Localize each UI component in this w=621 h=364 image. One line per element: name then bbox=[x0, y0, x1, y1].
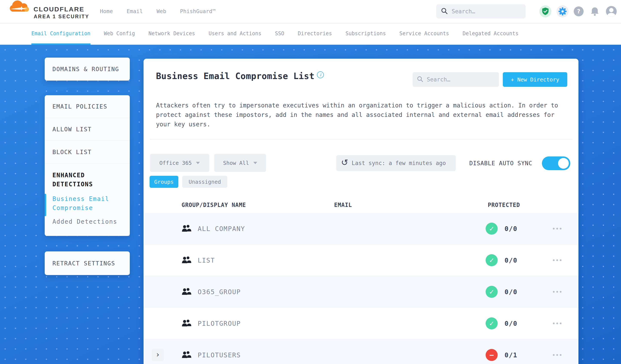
group-name: LIST bbox=[198, 257, 215, 264]
group-people-icon bbox=[182, 288, 191, 296]
group-name: O365_GROUP bbox=[198, 288, 241, 296]
page-title: Business Email Compromise Listi bbox=[156, 71, 324, 81]
directory-search[interactable] bbox=[413, 72, 499, 87]
search-icon bbox=[417, 76, 423, 83]
protected-count: 0/0 bbox=[504, 257, 518, 264]
directory-search-input[interactable] bbox=[426, 76, 495, 83]
view-tab-groups[interactable]: Groups bbox=[150, 176, 178, 188]
group-name: ALL COMPANY bbox=[198, 225, 245, 232]
brand-line2: AREA 1 SECURITY bbox=[34, 14, 89, 19]
section-tabs: Email Configuration Web Config Network D… bbox=[0, 23, 621, 45]
column-protected: PROTECTED bbox=[488, 202, 520, 208]
group-people-icon bbox=[182, 319, 191, 328]
view-tab-unassigned[interactable]: Unassigned bbox=[182, 176, 227, 188]
new-directory-button[interactable]: + New Directory bbox=[503, 72, 567, 87]
table-row[interactable]: › PILOTUSERS − 0/1 bbox=[143, 339, 578, 364]
tab-service-accounts[interactable]: Service Accounts bbox=[399, 23, 449, 45]
row-actions-menu[interactable] bbox=[553, 323, 561, 324]
expand-row-button[interactable]: › bbox=[152, 349, 164, 361]
row-actions-menu[interactable] bbox=[553, 354, 561, 356]
nav-phishguard[interactable]: PhishGuard™ bbox=[180, 8, 216, 14]
protected-status-badge: ✓ bbox=[486, 286, 498, 298]
chevron-down-icon bbox=[196, 162, 200, 164]
table-row[interactable]: O365_GROUP ✓ 0/0 bbox=[143, 276, 578, 308]
tab-network-devices[interactable]: Network Devices bbox=[149, 23, 195, 45]
tab-users-and-actions[interactable]: Users and Actions bbox=[209, 23, 261, 45]
refresh-icon: ↺ bbox=[341, 158, 348, 167]
protected-status-badge: ✓ bbox=[486, 317, 498, 329]
sidebar-section-enhanced-detections: ENHANCED DETECTIONS Business Email Compr… bbox=[45, 164, 130, 225]
protected-status-badge: ✓ bbox=[486, 223, 498, 235]
sidebar-item-added-detections[interactable]: Added Detections bbox=[52, 218, 123, 225]
row-actions-menu[interactable] bbox=[553, 291, 561, 293]
tab-subscriptions[interactable]: Subscriptions bbox=[345, 23, 386, 45]
nav-web[interactable]: Web bbox=[156, 8, 166, 14]
cloudflare-logo-icon bbox=[8, 0, 32, 15]
global-search-input[interactable] bbox=[451, 8, 521, 15]
table-row[interactable]: ALL COMPANY ✓ 0/0 bbox=[143, 213, 578, 244]
sidebar-item-retract-settings[interactable]: RETRACT SETTINGS bbox=[45, 251, 130, 275]
sidebar-item-block-list[interactable]: BLOCK LIST bbox=[45, 141, 130, 164]
sidebar-card-domains-routing: DOMAINS & ROUTING bbox=[45, 58, 130, 81]
section-divider bbox=[150, 139, 572, 139]
toggle-knob bbox=[558, 158, 569, 169]
protected-count: 0/0 bbox=[504, 320, 518, 327]
sidebar-item-email-policies[interactable]: EMAIL POLICIES bbox=[45, 95, 130, 118]
info-icon[interactable]: i bbox=[317, 71, 324, 78]
header-actions: ? bbox=[436, 0, 617, 23]
group-people-icon bbox=[182, 351, 191, 359]
nav-home[interactable]: Home bbox=[100, 8, 113, 14]
help-icon[interactable]: ? bbox=[574, 6, 584, 16]
show-filter-dropdown[interactable]: Show All bbox=[214, 154, 266, 172]
user-avatar-icon[interactable] bbox=[606, 6, 617, 17]
tab-web-config[interactable]: Web Config bbox=[104, 23, 135, 45]
connector-dropdown[interactable]: Office 365 bbox=[150, 154, 209, 172]
chevron-down-icon bbox=[253, 162, 257, 164]
global-search[interactable] bbox=[436, 4, 526, 18]
group-people-icon bbox=[182, 225, 191, 233]
last-sync-label: Last sync: a few minutes ago bbox=[352, 160, 446, 166]
shield-check-icon[interactable] bbox=[539, 5, 551, 17]
search-icon bbox=[441, 8, 448, 15]
group-name: PILOTUSERS bbox=[198, 351, 241, 359]
sidebar-item-allow-list[interactable]: ALLOW LIST bbox=[45, 118, 130, 141]
column-email: EMAIL bbox=[334, 202, 352, 208]
sidebar-item-domains-routing[interactable]: DOMAINS & ROUTING bbox=[45, 58, 130, 81]
row-actions-menu[interactable] bbox=[553, 228, 561, 229]
sidebar-item-enhanced-detections[interactable]: ENHANCED DETECTIONS bbox=[52, 171, 123, 189]
top-header: CLOUDFLARE AREA 1 SECURITY Home Email We… bbox=[0, 0, 621, 23]
page-description: Attackers often try to impersonate execu… bbox=[156, 101, 565, 129]
tab-directories[interactable]: Directories bbox=[298, 23, 332, 45]
sidebar-card-retract-settings: RETRACT SETTINGS bbox=[45, 251, 130, 275]
protected-count: 0/1 bbox=[504, 351, 518, 359]
tab-delegated-accounts[interactable]: Delegated Accounts bbox=[463, 23, 518, 45]
primary-nav: Home Email Web PhishGuard™ bbox=[100, 0, 216, 23]
protected-count: 0/0 bbox=[504, 225, 518, 232]
gear-icon[interactable] bbox=[556, 5, 569, 17]
sidebar-item-business-email-compromise[interactable]: Business Email Compromise bbox=[52, 194, 123, 212]
table-header: GROUP/DISPLAY NAME EMAIL PROTECTED bbox=[143, 199, 578, 213]
protected-count: 0/0 bbox=[504, 288, 518, 296]
group-name: PILOTGROUP bbox=[198, 320, 241, 327]
notifications-bell-icon[interactable] bbox=[589, 5, 601, 17]
table-row[interactable]: PILOTGROUP ✓ 0/0 bbox=[143, 308, 578, 339]
content-card: Business Email Compromise Listi + New Di… bbox=[143, 59, 578, 364]
nav-email[interactable]: Email bbox=[127, 8, 143, 14]
row-actions-menu[interactable] bbox=[553, 259, 561, 261]
app-window: CLOUDFLARE AREA 1 SECURITY Home Email We… bbox=[0, 0, 621, 364]
sidebar-card-email-policies: EMAIL POLICIES ALLOW LIST BLOCK LIST ENH… bbox=[45, 95, 130, 236]
unprotected-status-badge: − bbox=[486, 349, 498, 361]
column-group-display-name: GROUP/DISPLAY NAME bbox=[182, 202, 246, 208]
brand-line1: CLOUDFLARE bbox=[34, 6, 85, 13]
active-item-indicator bbox=[45, 194, 46, 216]
last-sync-button[interactable]: ↺ Last sync: a few minutes ago bbox=[336, 155, 456, 171]
protected-status-badge: ✓ bbox=[486, 254, 498, 266]
group-table: ALL COMPANY ✓ 0/0 LIST ✓ 0/0 O365_GROUP bbox=[143, 213, 578, 364]
tab-sso[interactable]: SSO bbox=[275, 23, 284, 45]
auto-sync-toggle[interactable] bbox=[542, 156, 570, 170]
group-people-icon bbox=[182, 256, 191, 264]
tab-email-configuration[interactable]: Email Configuration bbox=[31, 23, 90, 45]
table-row[interactable]: LIST ✓ 0/0 bbox=[143, 244, 578, 276]
auto-sync-label: DISABLE AUTO SYNC bbox=[469, 155, 532, 171]
